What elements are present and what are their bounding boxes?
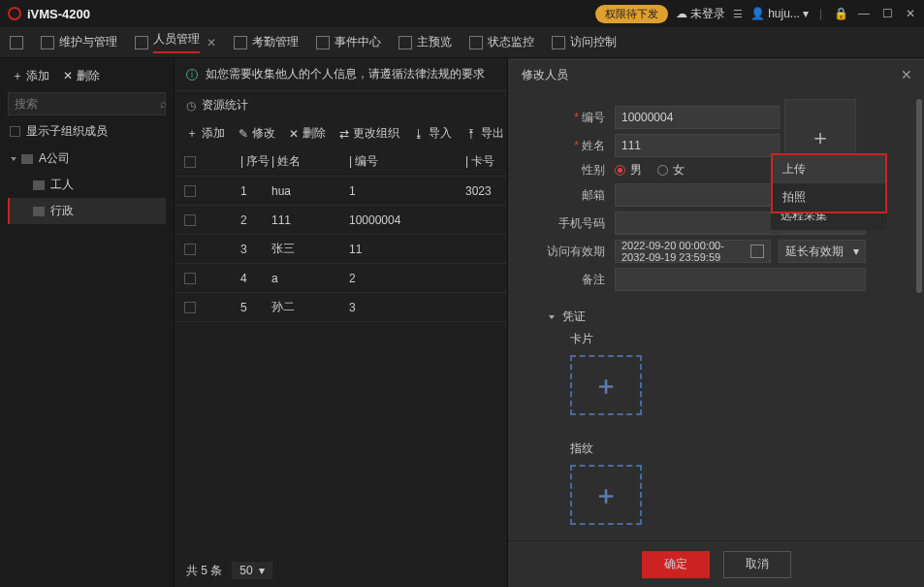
plus-icon: ＋ (593, 478, 619, 512)
menu-status-monitor[interactable]: 状态监控 (469, 34, 534, 50)
menu-access-control[interactable]: 访问控制 (552, 34, 617, 50)
menu-attendance[interactable]: 考勤管理 (234, 34, 299, 50)
field-label-remark: 备注 (508, 272, 615, 288)
chevron-down-icon (549, 315, 555, 319)
page-size-select[interactable]: 50▾ (232, 562, 271, 579)
field-label-email: 邮箱 (508, 187, 615, 204)
person-import-button[interactable]: ⭳ 导入 (413, 125, 452, 142)
select-all-checkbox[interactable] (184, 156, 196, 168)
ok-button[interactable]: 确定 (642, 551, 710, 578)
login-status[interactable]: ☁未登录 (676, 6, 725, 22)
app-logo-icon (8, 7, 21, 20)
left-pane: ＋ 添加 ✕ 删除 ⌕ 显示子组织成员 A公司 工人 行政 (0, 58, 175, 587)
list-icon[interactable]: ☰ (733, 8, 743, 20)
row-checkbox[interactable] (184, 244, 196, 255)
plus-icon: ＋ (810, 123, 831, 152)
fingerprint-label: 指纹 (508, 440, 924, 457)
table-footer: 共 5 条 50▾ (186, 562, 272, 579)
row-checkbox[interactable] (184, 185, 196, 197)
search-icon[interactable]: ⌕ (160, 97, 167, 111)
user-menu[interactable]: 👤huju...▾ (750, 7, 809, 20)
field-label-valid: 访问有效期 (508, 244, 615, 260)
info-icon: i (186, 69, 198, 81)
field-label-code: 编号 (508, 110, 615, 126)
tree-child-workers[interactable]: 工人 (8, 172, 166, 198)
menu-maintenance[interactable]: 维护与管理 (41, 34, 117, 50)
maximize-button[interactable]: ☐ (879, 7, 895, 20)
edit-person-panel: 修改人员 ✕ ＋ 上传 拍照 远程采集 编号 姓名 性别 男 女 邮箱 (507, 58, 924, 587)
gender-female-radio[interactable]: 女 (657, 162, 685, 179)
cancel-button[interactable]: 取消 (723, 551, 791, 578)
org-search-input[interactable] (15, 97, 160, 111)
valid-period-input[interactable]: 2022-09-20 00:00:00-2032-09-19 23:59:59 (615, 240, 771, 263)
minimize-button[interactable]: ― (856, 7, 872, 20)
remark-input[interactable] (615, 268, 866, 291)
panel-scrollbar[interactable] (916, 99, 922, 293)
name-input[interactable] (615, 134, 780, 157)
folder-icon (21, 154, 33, 164)
folder-icon (33, 180, 45, 190)
panel-title: 修改人员 (522, 67, 568, 83)
extend-validity-select[interactable]: 延长有效期▾ (779, 240, 866, 263)
user-icon: 👤 (750, 7, 765, 20)
upload-option[interactable]: 上传 (773, 155, 885, 183)
gender-male-radio[interactable]: 男 (615, 162, 642, 179)
org-delete-button[interactable]: ✕ 删除 (63, 68, 99, 84)
total-count: 共 5 条 (186, 563, 222, 579)
close-tab-icon[interactable]: ✕ (207, 36, 216, 49)
row-checkbox[interactable] (184, 273, 196, 284)
upload-menu: 上传 拍照 (771, 153, 887, 213)
credential-section[interactable]: 凭证 (508, 309, 924, 325)
permission-badge[interactable]: 权限待下发 (595, 5, 668, 23)
person-change-org-button[interactable]: ⇄ 更改组织 (339, 125, 399, 142)
card-label: 卡片 (508, 331, 924, 347)
org-add-button[interactable]: ＋ 添加 (12, 68, 49, 84)
code-input[interactable] (615, 106, 780, 129)
add-card-button[interactable]: ＋ (570, 355, 642, 415)
org-search[interactable]: ⌕ (8, 92, 166, 115)
menu-person-mgmt[interactable]: 人员管理✕ (135, 31, 216, 53)
plus-icon: ＋ (593, 369, 619, 403)
row-checkbox[interactable] (184, 214, 196, 226)
field-label-phone: 手机号码 (508, 215, 615, 232)
panel-close-button[interactable]: ✕ (901, 67, 912, 82)
lock-icon[interactable]: 🔒 (833, 7, 848, 20)
row-checkbox[interactable] (184, 302, 196, 313)
add-fingerprint-button[interactable]: ＋ (570, 465, 642, 525)
folder-icon (33, 207, 45, 216)
calendar-icon[interactable] (750, 245, 764, 258)
tree-root[interactable]: A公司 (8, 146, 166, 172)
menubar: 维护与管理 人员管理✕ 考勤管理 事件中心 主预览 状态监控 访问控制 (0, 27, 924, 58)
show-sub-org-checkbox[interactable]: 显示子组织成员 (10, 123, 164, 140)
tree-child-admin[interactable]: 行政 (8, 198, 166, 224)
field-label-gender: 性别 (508, 162, 615, 179)
menu-grid-icon[interactable] (10, 36, 23, 49)
menu-event-center[interactable]: 事件中心 (316, 34, 381, 50)
person-delete-button[interactable]: ✕ 删除 (289, 125, 326, 142)
person-export-button[interactable]: ⭱ 导出 (465, 125, 504, 142)
app-title: iVMS-4200 (27, 7, 90, 21)
capture-option[interactable]: 拍照 (773, 183, 885, 212)
person-edit-button[interactable]: ✎ 修改 (239, 125, 275, 142)
close-button[interactable]: ✕ (903, 7, 918, 20)
titlebar: iVMS-4200 权限待下发 ☁未登录 ☰ 👤huju...▾ | 🔒 ― ☐… (0, 0, 924, 27)
cloud-icon: ☁ (676, 7, 687, 20)
person-add-button[interactable]: ＋ 添加 (186, 125, 225, 142)
menu-main-preview[interactable]: 主预览 (398, 34, 452, 50)
panel-header: 修改人员 ✕ (508, 58, 924, 91)
field-label-name: 姓名 (508, 138, 615, 154)
